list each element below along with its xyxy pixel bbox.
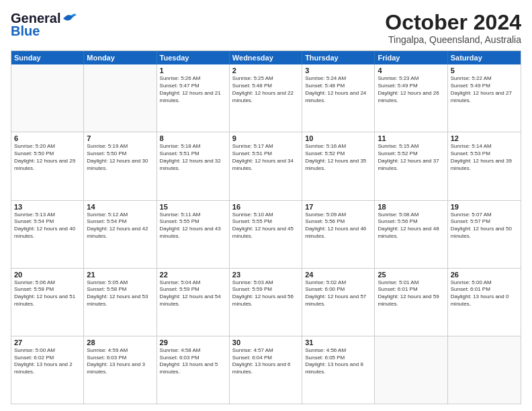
header-day-sunday: Sunday <box>11 51 84 64</box>
day-info: Sunrise: 5:07 AM Sunset: 5:57 PM Dayligh… <box>451 212 518 240</box>
empty-cell <box>375 336 447 404</box>
day-cell-13: 13Sunrise: 5:13 AM Sunset: 5:54 PM Dayli… <box>11 201 84 268</box>
day-number: 29 <box>160 338 226 347</box>
header-day-monday: Monday <box>84 51 157 64</box>
day-info: Sunrise: 5:19 AM Sunset: 5:50 PM Dayligh… <box>87 143 153 172</box>
day-number: 13 <box>14 203 81 211</box>
day-cell-25: 25Sunrise: 5:01 AM Sunset: 6:01 PM Dayli… <box>375 269 447 336</box>
day-info: Sunrise: 5:14 AM Sunset: 5:53 PM Dayligh… <box>451 143 518 172</box>
header-day-saturday: Saturday <box>448 51 521 64</box>
day-info: Sunrise: 5:04 AM Sunset: 5:59 PM Dayligh… <box>160 279 226 308</box>
day-info: Sunrise: 5:13 AM Sunset: 5:54 PM Dayligh… <box>14 212 81 240</box>
day-number: 15 <box>160 203 226 211</box>
day-info: Sunrise: 5:26 AM Sunset: 5:47 PM Dayligh… <box>160 75 226 104</box>
day-cell-22: 22Sunrise: 5:04 AM Sunset: 5:59 PM Dayli… <box>157 269 230 336</box>
header: General Blue October 2024 Tingalpa, Quee… <box>11 11 521 45</box>
day-cell-15: 15Sunrise: 5:11 AM Sunset: 5:55 PM Dayli… <box>157 201 230 268</box>
day-number: 27 <box>14 338 81 347</box>
calendar-header: SundayMondayTuesdayWednesdayThursdayFrid… <box>11 51 521 64</box>
day-info: Sunrise: 5:15 AM Sunset: 5:52 PM Dayligh… <box>378 143 444 172</box>
day-info: Sunrise: 5:05 AM Sunset: 5:58 PM Dayligh… <box>87 279 153 308</box>
day-number: 10 <box>305 134 371 142</box>
day-cell-12: 12Sunrise: 5:14 AM Sunset: 5:53 PM Dayli… <box>448 132 521 199</box>
day-cell-30: 30Sunrise: 4:57 AM Sunset: 6:04 PM Dayli… <box>230 336 302 404</box>
logo-blue: Blue <box>11 24 40 39</box>
day-info: Sunrise: 5:00 AM Sunset: 6:02 PM Dayligh… <box>14 347 81 376</box>
day-number: 4 <box>378 66 444 75</box>
day-number: 8 <box>160 134 226 142</box>
day-info: Sunrise: 5:23 AM Sunset: 5:49 PM Dayligh… <box>378 75 444 104</box>
day-cell-2: 2Sunrise: 5:25 AM Sunset: 5:48 PM Daylig… <box>230 64 302 132</box>
day-cell-21: 21Sunrise: 5:05 AM Sunset: 5:58 PM Dayli… <box>84 269 157 336</box>
day-number: 19 <box>451 203 518 211</box>
day-info: Sunrise: 4:56 AM Sunset: 6:05 PM Dayligh… <box>305 347 371 376</box>
day-info: Sunrise: 5:02 AM Sunset: 6:00 PM Dayligh… <box>305 279 371 308</box>
calendar-week-5: 27Sunrise: 5:00 AM Sunset: 6:02 PM Dayli… <box>11 336 521 404</box>
day-number: 2 <box>232 66 299 75</box>
day-number: 21 <box>87 271 153 279</box>
day-cell-14: 14Sunrise: 5:12 AM Sunset: 5:54 PM Dayli… <box>84 201 157 268</box>
day-number: 28 <box>87 338 153 347</box>
day-cell-6: 6Sunrise: 5:20 AM Sunset: 5:50 PM Daylig… <box>11 132 84 199</box>
calendar-week-2: 6Sunrise: 5:20 AM Sunset: 5:50 PM Daylig… <box>11 132 521 200</box>
day-number: 1 <box>160 66 226 75</box>
title-section: October 2024 Tingalpa, Queensland, Austr… <box>385 11 521 45</box>
day-number: 25 <box>378 271 444 279</box>
day-cell-18: 18Sunrise: 5:08 AM Sunset: 5:56 PM Dayli… <box>375 201 447 268</box>
day-cell-5: 5Sunrise: 5:22 AM Sunset: 5:49 PM Daylig… <box>448 64 521 132</box>
day-cell-17: 17Sunrise: 5:09 AM Sunset: 5:56 PM Dayli… <box>302 201 375 268</box>
calendar-week-3: 13Sunrise: 5:13 AM Sunset: 5:54 PM Dayli… <box>11 201 521 269</box>
day-cell-27: 27Sunrise: 5:00 AM Sunset: 6:02 PM Dayli… <box>11 336 84 404</box>
calendar-week-1: 1Sunrise: 5:26 AM Sunset: 5:47 PM Daylig… <box>11 64 521 132</box>
day-number: 17 <box>305 203 371 211</box>
day-cell-9: 9Sunrise: 5:17 AM Sunset: 5:51 PM Daylig… <box>230 132 302 199</box>
day-number: 12 <box>451 134 518 142</box>
day-cell-3: 3Sunrise: 5:24 AM Sunset: 5:48 PM Daylig… <box>302 64 375 132</box>
day-info: Sunrise: 5:17 AM Sunset: 5:51 PM Dayligh… <box>232 143 299 172</box>
day-cell-11: 11Sunrise: 5:15 AM Sunset: 5:52 PM Dayli… <box>375 132 447 199</box>
day-info: Sunrise: 5:25 AM Sunset: 5:48 PM Dayligh… <box>232 75 299 104</box>
day-cell-20: 20Sunrise: 5:06 AM Sunset: 5:58 PM Dayli… <box>11 269 84 336</box>
day-cell-19: 19Sunrise: 5:07 AM Sunset: 5:57 PM Dayli… <box>448 201 521 268</box>
day-number: 31 <box>305 338 371 347</box>
day-info: Sunrise: 5:18 AM Sunset: 5:51 PM Dayligh… <box>160 143 226 172</box>
day-number: 24 <box>305 271 371 279</box>
calendar-body: 1Sunrise: 5:26 AM Sunset: 5:47 PM Daylig… <box>11 64 521 404</box>
empty-cell <box>84 64 157 132</box>
logo: General Blue <box>11 11 77 39</box>
day-number: 14 <box>87 203 153 211</box>
day-number: 3 <box>305 66 371 75</box>
calendar-week-4: 20Sunrise: 5:06 AM Sunset: 5:58 PM Dayli… <box>11 269 521 336</box>
day-cell-16: 16Sunrise: 5:10 AM Sunset: 5:55 PM Dayli… <box>230 201 302 268</box>
day-number: 23 <box>232 271 299 279</box>
day-info: Sunrise: 5:10 AM Sunset: 5:55 PM Dayligh… <box>232 212 299 240</box>
day-number: 6 <box>14 134 81 142</box>
day-info: Sunrise: 5:06 AM Sunset: 5:58 PM Dayligh… <box>14 279 81 308</box>
empty-cell <box>448 336 521 404</box>
day-info: Sunrise: 5:09 AM Sunset: 5:56 PM Dayligh… <box>305 212 371 240</box>
day-number: 22 <box>160 271 226 279</box>
location: Tingalpa, Queensland, Australia <box>385 34 521 45</box>
day-cell-1: 1Sunrise: 5:26 AM Sunset: 5:47 PM Daylig… <box>157 64 230 132</box>
day-cell-28: 28Sunrise: 4:59 AM Sunset: 6:03 PM Dayli… <box>84 336 157 404</box>
day-info: Sunrise: 5:08 AM Sunset: 5:56 PM Dayligh… <box>378 212 444 240</box>
day-info: Sunrise: 5:20 AM Sunset: 5:50 PM Dayligh… <box>14 143 81 172</box>
day-cell-23: 23Sunrise: 5:03 AM Sunset: 5:59 PM Dayli… <box>230 269 302 336</box>
day-number: 7 <box>87 134 153 142</box>
day-cell-10: 10Sunrise: 5:16 AM Sunset: 5:52 PM Dayli… <box>302 132 375 199</box>
month-title: October 2024 <box>385 11 521 34</box>
day-number: 5 <box>451 66 518 75</box>
day-cell-8: 8Sunrise: 5:18 AM Sunset: 5:51 PM Daylig… <box>157 132 230 199</box>
day-info: Sunrise: 5:00 AM Sunset: 6:01 PM Dayligh… <box>451 279 518 308</box>
day-info: Sunrise: 4:57 AM Sunset: 6:04 PM Dayligh… <box>232 347 299 376</box>
day-info: Sunrise: 4:58 AM Sunset: 6:03 PM Dayligh… <box>160 347 226 376</box>
header-day-friday: Friday <box>375 51 447 64</box>
page: General Blue October 2024 Tingalpa, Quee… <box>0 0 532 411</box>
day-info: Sunrise: 5:16 AM Sunset: 5:52 PM Dayligh… <box>305 143 371 172</box>
day-number: 11 <box>378 134 444 142</box>
header-day-wednesday: Wednesday <box>230 51 302 64</box>
day-info: Sunrise: 4:59 AM Sunset: 6:03 PM Dayligh… <box>87 347 153 376</box>
day-number: 26 <box>451 271 518 279</box>
day-number: 16 <box>232 203 299 211</box>
day-cell-29: 29Sunrise: 4:58 AM Sunset: 6:03 PM Dayli… <box>157 336 230 404</box>
